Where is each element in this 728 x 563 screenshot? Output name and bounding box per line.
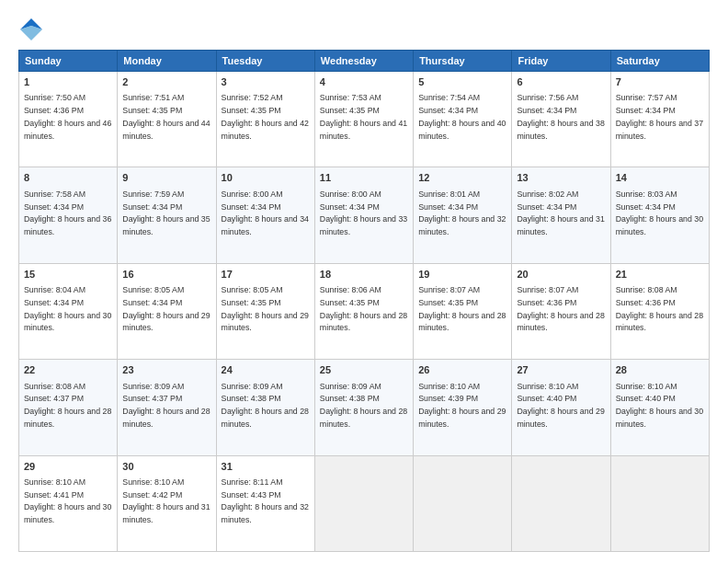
day-number: 29 <box>24 460 112 474</box>
day-number: 12 <box>418 171 506 185</box>
weekday-header-cell: Monday <box>118 51 216 72</box>
calendar-week-row: 29 Sunrise: 8:10 AMSunset: 4:41 PMDaylig… <box>19 455 710 551</box>
day-number: 27 <box>517 363 605 377</box>
calendar-day-cell: 30 Sunrise: 8:10 AMSunset: 4:42 PMDaylig… <box>118 455 216 551</box>
day-number: 15 <box>24 268 112 282</box>
day-detail: Sunrise: 8:07 AMSunset: 4:35 PMDaylight:… <box>418 285 506 332</box>
calendar-day-cell: 14 Sunrise: 8:03 AMSunset: 4:34 PMDaylig… <box>610 167 709 263</box>
calendar-day-cell: 7 Sunrise: 7:57 AMSunset: 4:34 PMDayligh… <box>610 72 709 167</box>
calendar-day-cell: 4 Sunrise: 7:53 AMSunset: 4:35 PMDayligh… <box>314 72 413 167</box>
weekday-header-row: SundayMondayTuesdayWednesdayThursdayFrid… <box>19 51 710 72</box>
weekday-header-cell: Tuesday <box>216 51 314 72</box>
day-number: 18 <box>320 268 408 282</box>
calendar-day-cell: 28 Sunrise: 8:10 AMSunset: 4:40 PMDaylig… <box>610 360 709 455</box>
day-detail: Sunrise: 8:00 AMSunset: 4:34 PMDaylight:… <box>222 190 309 236</box>
calendar-day-cell <box>314 455 413 551</box>
day-number: 23 <box>122 363 210 377</box>
calendar-day-cell: 9 Sunrise: 7:59 AMSunset: 4:34 PMDayligh… <box>118 167 216 263</box>
day-detail: Sunrise: 8:08 AMSunset: 4:37 PMDaylight:… <box>24 382 111 429</box>
day-detail: Sunrise: 8:08 AMSunset: 4:36 PMDaylight:… <box>616 285 703 332</box>
calendar-day-cell <box>512 455 610 551</box>
calendar-day-cell: 22 Sunrise: 8:08 AMSunset: 4:37 PMDaylig… <box>19 360 118 455</box>
day-detail: Sunrise: 7:53 AMSunset: 4:35 PMDaylight:… <box>320 93 407 140</box>
calendar-day-cell <box>414 455 512 551</box>
day-detail: Sunrise: 8:02 AMSunset: 4:34 PMDaylight:… <box>517 190 604 236</box>
day-number: 24 <box>222 363 310 377</box>
calendar-day-cell: 29 Sunrise: 8:10 AMSunset: 4:41 PMDaylig… <box>19 455 118 551</box>
calendar-day-cell: 11 Sunrise: 8:00 AMSunset: 4:34 PMDaylig… <box>314 167 413 263</box>
calendar-day-cell: 2 Sunrise: 7:51 AMSunset: 4:35 PMDayligh… <box>118 72 216 167</box>
calendar-day-cell: 24 Sunrise: 8:09 AMSunset: 4:38 PMDaylig… <box>216 360 314 455</box>
day-detail: Sunrise: 8:09 AMSunset: 4:37 PMDaylight:… <box>122 382 210 429</box>
calendar-day-cell: 15 Sunrise: 8:04 AMSunset: 4:34 PMDaylig… <box>19 263 118 359</box>
calendar-day-cell: 20 Sunrise: 8:07 AMSunset: 4:36 PMDaylig… <box>512 263 610 359</box>
calendar-day-cell: 12 Sunrise: 8:01 AMSunset: 4:34 PMDaylig… <box>414 167 512 263</box>
day-number: 14 <box>616 171 704 185</box>
weekday-header-cell: Wednesday <box>314 51 413 72</box>
calendar-day-cell: 26 Sunrise: 8:10 AMSunset: 4:39 PMDaylig… <box>414 360 512 455</box>
day-detail: Sunrise: 8:05 AMSunset: 4:34 PMDaylight:… <box>122 285 210 332</box>
calendar-day-cell: 13 Sunrise: 8:02 AMSunset: 4:34 PMDaylig… <box>512 167 610 263</box>
calendar-day-cell: 1 Sunrise: 7:50 AMSunset: 4:36 PMDayligh… <box>19 72 118 167</box>
page: SundayMondayTuesdayWednesdayThursdayFrid… <box>0 0 728 563</box>
day-detail: Sunrise: 8:10 AMSunset: 4:42 PMDaylight:… <box>122 477 210 524</box>
day-detail: Sunrise: 8:04 AMSunset: 4:34 PMDaylight:… <box>24 285 111 332</box>
day-detail: Sunrise: 8:05 AMSunset: 4:35 PMDaylight:… <box>222 285 309 332</box>
day-number: 19 <box>418 268 506 282</box>
logo <box>18 17 48 42</box>
header <box>18 17 710 42</box>
day-number: 10 <box>222 171 310 185</box>
day-detail: Sunrise: 7:56 AMSunset: 4:34 PMDaylight:… <box>517 93 604 140</box>
day-number: 16 <box>122 268 210 282</box>
calendar-day-cell <box>610 455 709 551</box>
weekday-header-cell: Sunday <box>19 51 118 72</box>
day-detail: Sunrise: 8:01 AMSunset: 4:34 PMDaylight:… <box>418 190 506 236</box>
day-number: 22 <box>24 363 112 377</box>
day-detail: Sunrise: 8:00 AMSunset: 4:34 PMDaylight:… <box>320 190 407 236</box>
calendar-day-cell: 8 Sunrise: 7:58 AMSunset: 4:34 PMDayligh… <box>19 167 118 263</box>
day-number: 6 <box>517 75 605 89</box>
calendar-day-cell: 27 Sunrise: 8:10 AMSunset: 4:40 PMDaylig… <box>512 360 610 455</box>
day-number: 11 <box>320 171 408 185</box>
day-detail: Sunrise: 8:09 AMSunset: 4:38 PMDaylight:… <box>320 382 407 429</box>
day-number: 4 <box>320 75 408 89</box>
day-detail: Sunrise: 7:57 AMSunset: 4:34 PMDaylight:… <box>616 93 703 140</box>
weekday-header-cell: Thursday <box>414 51 512 72</box>
calendar-day-cell: 23 Sunrise: 8:09 AMSunset: 4:37 PMDaylig… <box>118 360 216 455</box>
day-number: 31 <box>222 460 310 474</box>
day-detail: Sunrise: 7:52 AMSunset: 4:35 PMDaylight:… <box>222 93 309 140</box>
calendar-day-cell: 16 Sunrise: 8:05 AMSunset: 4:34 PMDaylig… <box>118 263 216 359</box>
day-number: 1 <box>24 75 112 89</box>
day-number: 5 <box>418 75 506 89</box>
day-detail: Sunrise: 7:50 AMSunset: 4:36 PMDaylight:… <box>24 93 111 140</box>
logo-icon <box>18 17 44 42</box>
day-detail: Sunrise: 8:10 AMSunset: 4:40 PMDaylight:… <box>616 382 703 429</box>
day-number: 2 <box>122 75 210 89</box>
day-number: 20 <box>517 268 605 282</box>
calendar-week-row: 15 Sunrise: 8:04 AMSunset: 4:34 PMDaylig… <box>19 263 710 359</box>
day-number: 25 <box>320 363 408 377</box>
calendar-day-cell: 3 Sunrise: 7:52 AMSunset: 4:35 PMDayligh… <box>216 72 314 167</box>
day-detail: Sunrise: 8:10 AMSunset: 4:40 PMDaylight:… <box>517 382 604 429</box>
day-number: 21 <box>616 268 704 282</box>
calendar-day-cell: 21 Sunrise: 8:08 AMSunset: 4:36 PMDaylig… <box>610 263 709 359</box>
weekday-header-cell: Friday <box>512 51 610 72</box>
day-number: 26 <box>418 363 506 377</box>
calendar-day-cell: 25 Sunrise: 8:09 AMSunset: 4:38 PMDaylig… <box>314 360 413 455</box>
day-number: 8 <box>24 171 112 185</box>
calendar-day-cell: 10 Sunrise: 8:00 AMSunset: 4:34 PMDaylig… <box>216 167 314 263</box>
day-number: 17 <box>222 268 310 282</box>
calendar-day-cell: 17 Sunrise: 8:05 AMSunset: 4:35 PMDaylig… <box>216 263 314 359</box>
day-detail: Sunrise: 7:54 AMSunset: 4:34 PMDaylight:… <box>418 93 506 140</box>
calendar-day-cell: 18 Sunrise: 8:06 AMSunset: 4:35 PMDaylig… <box>314 263 413 359</box>
day-detail: Sunrise: 7:58 AMSunset: 4:34 PMDaylight:… <box>24 190 111 236</box>
calendar-body: 1 Sunrise: 7:50 AMSunset: 4:36 PMDayligh… <box>19 72 710 552</box>
day-detail: Sunrise: 7:59 AMSunset: 4:34 PMDaylight:… <box>122 190 210 236</box>
calendar-day-cell: 5 Sunrise: 7:54 AMSunset: 4:34 PMDayligh… <box>414 72 512 167</box>
weekday-header-cell: Saturday <box>610 51 709 72</box>
day-number: 7 <box>616 75 704 89</box>
calendar-day-cell: 6 Sunrise: 7:56 AMSunset: 4:34 PMDayligh… <box>512 72 610 167</box>
day-detail: Sunrise: 8:07 AMSunset: 4:36 PMDaylight:… <box>517 285 604 332</box>
day-number: 3 <box>222 75 310 89</box>
calendar-day-cell: 31 Sunrise: 8:11 AMSunset: 4:43 PMDaylig… <box>216 455 314 551</box>
